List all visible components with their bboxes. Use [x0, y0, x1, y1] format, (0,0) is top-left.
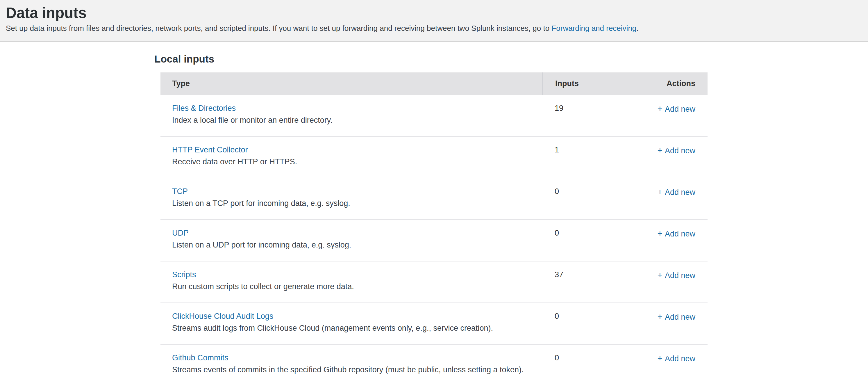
- table-row: ClickHouse Cloud Audit Logs Streams audi…: [160, 303, 708, 345]
- add-new-link[interactable]: +Add new: [657, 188, 695, 197]
- inputs-count: 37: [542, 270, 609, 302]
- input-type-description: Listen on a UDP port for incoming data, …: [172, 241, 542, 249]
- inputs-count: 0: [542, 229, 609, 261]
- plus-icon: +: [657, 104, 662, 113]
- add-new-link[interactable]: +Add new: [657, 271, 695, 280]
- actions-cell: +Add new: [609, 312, 708, 344]
- add-new-link[interactable]: +Add new: [657, 146, 695, 155]
- add-new-label: Add new: [665, 146, 695, 155]
- add-new-link[interactable]: +Add new: [657, 354, 695, 363]
- input-type-link[interactable]: Files & Directories: [172, 104, 236, 113]
- forwarding-and-receiving-link[interactable]: Forwarding and receiving: [552, 24, 636, 33]
- input-type-link[interactable]: UDP: [172, 229, 189, 238]
- page-subtitle: Set up data inputs from files and direct…: [6, 24, 862, 33]
- input-type-description: Listen on a TCP port for incoming data, …: [172, 199, 542, 208]
- column-header-type: Type: [160, 72, 542, 95]
- subtitle-text: Set up data inputs from files and direct…: [6, 24, 552, 33]
- type-cell: Github Commits Streams events of commits…: [160, 353, 542, 386]
- type-cell: ClickHouse Cloud Audit Logs Streams audi…: [160, 312, 542, 344]
- data-inputs-table: Type Inputs Actions Files & Directories …: [160, 72, 708, 386]
- inputs-count: 1: [542, 145, 609, 178]
- add-new-label: Add new: [665, 105, 695, 113]
- input-type-description: Run custom scripts to collect or generat…: [172, 282, 542, 291]
- plus-icon: +: [657, 229, 662, 238]
- actions-cell: +Add new: [609, 270, 708, 302]
- add-new-label: Add new: [665, 230, 695, 238]
- input-type-description: Streams events of commits in the specifi…: [172, 365, 542, 374]
- table-row: Scripts Run custom scripts to collect or…: [160, 262, 708, 303]
- add-new-label: Add new: [665, 313, 695, 321]
- input-type-description: Streams audit logs from ClickHouse Cloud…: [172, 324, 542, 333]
- actions-cell: +Add new: [609, 145, 708, 178]
- actions-cell: +Add new: [609, 104, 708, 136]
- add-new-label: Add new: [665, 271, 695, 280]
- input-type-link[interactable]: HTTP Event Collector: [172, 145, 248, 154]
- page-header: Data inputs Set up data inputs from file…: [0, 0, 868, 41]
- add-new-link[interactable]: +Add new: [657, 105, 695, 113]
- plus-icon: +: [657, 270, 662, 280]
- plus-icon: +: [657, 353, 662, 363]
- column-header-inputs: Inputs: [542, 72, 609, 95]
- type-cell: Scripts Run custom scripts to collect or…: [160, 270, 542, 302]
- plus-icon: +: [657, 312, 662, 321]
- table-row: Github Commits Streams events of commits…: [160, 345, 708, 386]
- add-new-link[interactable]: +Add new: [657, 313, 695, 321]
- inputs-count: 0: [542, 353, 609, 386]
- type-cell: HTTP Event Collector Receive data over H…: [160, 145, 542, 178]
- table-rows: Files & Directories Index a local file o…: [160, 95, 708, 386]
- type-cell: Files & Directories Index a local file o…: [160, 104, 542, 136]
- inputs-count: 0: [542, 312, 609, 344]
- add-new-link[interactable]: +Add new: [657, 230, 695, 238]
- input-type-link[interactable]: TCP: [172, 187, 188, 196]
- actions-cell: +Add new: [609, 187, 708, 219]
- actions-cell: +Add new: [609, 353, 708, 386]
- input-type-link[interactable]: Github Commits: [172, 353, 228, 362]
- table-row: HTTP Event Collector Receive data over H…: [160, 137, 708, 178]
- input-type-description: Receive data over HTTP or HTTPS.: [172, 157, 542, 167]
- actions-cell: +Add new: [609, 229, 708, 261]
- subtitle-period: .: [636, 24, 638, 33]
- column-header-actions: Actions: [609, 72, 708, 95]
- plus-icon: +: [657, 187, 662, 197]
- local-inputs-heading: Local inputs: [154, 53, 702, 65]
- page-title: Data inputs: [6, 4, 862, 22]
- table-row: TCP Listen on a TCP port for incoming da…: [160, 178, 708, 220]
- input-type-link[interactable]: Scripts: [172, 270, 196, 279]
- table-row: Files & Directories Index a local file o…: [160, 95, 708, 137]
- inputs-count: 0: [542, 187, 609, 219]
- type-cell: TCP Listen on a TCP port for incoming da…: [160, 187, 542, 219]
- plus-icon: +: [657, 145, 662, 155]
- input-type-link[interactable]: ClickHouse Cloud Audit Logs: [172, 312, 273, 321]
- table-header-row: Type Inputs Actions: [160, 72, 708, 95]
- inputs-count: 19: [542, 104, 609, 136]
- main-content: Local inputs Type Inputs Actions Files &…: [160, 53, 708, 386]
- add-new-label: Add new: [665, 354, 695, 363]
- input-type-description: Index a local file or monitor an entire …: [172, 116, 542, 125]
- table-row: UDP Listen on a UDP port for incoming da…: [160, 220, 708, 262]
- add-new-label: Add new: [665, 188, 695, 197]
- type-cell: UDP Listen on a UDP port for incoming da…: [160, 229, 542, 261]
